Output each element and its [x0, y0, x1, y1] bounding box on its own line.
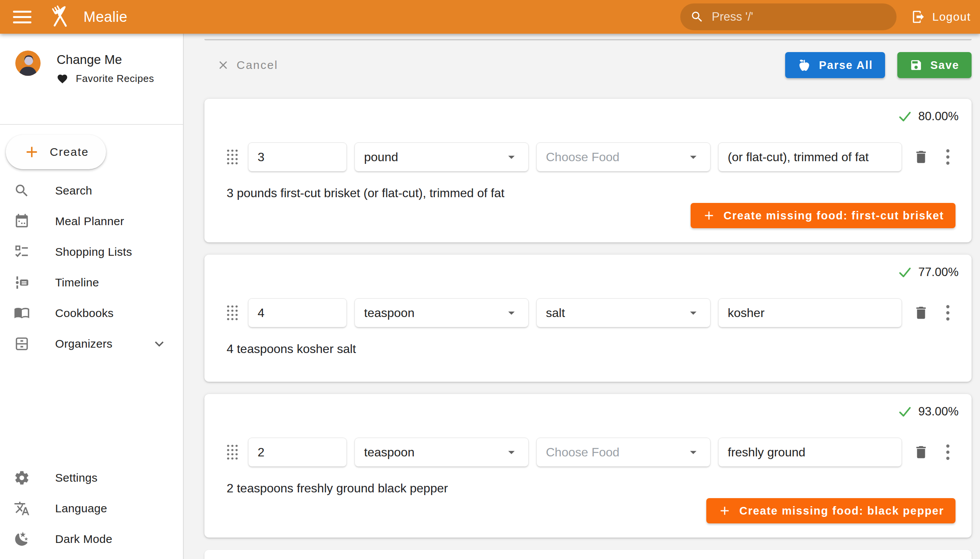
- parse-all-button[interactable]: Parse All: [785, 52, 885, 78]
- original-ingredient-text: 2 teaspoons freshly ground black pepper: [226, 480, 959, 496]
- quantity-input[interactable]: [248, 298, 347, 327]
- plus-icon: [23, 143, 41, 161]
- note-input[interactable]: [718, 438, 902, 467]
- delete-button[interactable]: [912, 304, 929, 321]
- top-app-bar: Mealie Logout: [0, 0, 980, 34]
- save-button[interactable]: Save: [897, 52, 972, 78]
- food-select[interactable]: Choose Food: [536, 142, 711, 172]
- menu-down-icon: [686, 149, 701, 165]
- favorites-label: Favorite Recipes: [76, 73, 154, 84]
- confidence-row: 93.00%: [226, 403, 959, 420]
- sidebar-item-label: Language: [55, 502, 107, 515]
- check-icon: [898, 265, 912, 280]
- save-label: Save: [930, 59, 959, 71]
- sidebar-item-meal-planner[interactable]: Meal Planner: [0, 206, 183, 237]
- logout-button[interactable]: Logout: [911, 10, 971, 24]
- note-input[interactable]: [718, 298, 902, 327]
- confidence-row: 77.00%: [226, 264, 959, 281]
- menu-icon[interactable]: [13, 11, 31, 23]
- cancel-button[interactable]: Cancel: [216, 59, 278, 71]
- ingredient-fields-row: teaspoon salt: [226, 298, 959, 327]
- create-button[interactable]: Create: [6, 135, 106, 169]
- more-options-button[interactable]: [943, 443, 952, 461]
- food-placeholder: Choose Food: [546, 445, 686, 460]
- menu-down-icon: [504, 445, 519, 460]
- app-window: Mealie Logout: [0, 0, 980, 559]
- unit-select[interactable]: teaspoon: [354, 298, 529, 327]
- parse-all-label: Parse All: [819, 59, 873, 71]
- sidebar-footer-nav: Settings Language Dark Mode: [0, 463, 183, 554]
- original-ingredient-text: 4 teaspoons kosher salt: [226, 341, 959, 357]
- food-select[interactable]: Choose Food: [536, 438, 711, 467]
- search-icon: [14, 183, 30, 199]
- more-options-button[interactable]: [943, 148, 952, 166]
- more-options-button[interactable]: [943, 304, 952, 322]
- sidebar-item-language[interactable]: Language: [0, 493, 183, 524]
- heart-icon: [57, 73, 68, 84]
- delete-button[interactable]: [912, 149, 929, 165]
- quantity-input[interactable]: [248, 438, 347, 467]
- create-missing-food-label: Create missing food: black pepper: [739, 504, 944, 517]
- sidebar-item-label: Settings: [55, 471, 98, 485]
- menu-down-icon: [504, 305, 519, 321]
- global-search-bar[interactable]: [680, 3, 897, 30]
- search-input[interactable]: [711, 10, 887, 24]
- sidebar-item-search[interactable]: Search: [0, 175, 183, 206]
- book-icon: [14, 305, 30, 321]
- confidence-value: 77.00%: [918, 265, 959, 279]
- create-missing-food-button[interactable]: Create missing food: first-cut brisket: [691, 203, 955, 228]
- checklist-icon: [14, 244, 30, 260]
- scrolled-content-edge: [205, 39, 972, 41]
- unit-value: teaspoon: [364, 445, 504, 460]
- sidebar-item-shopping-lists[interactable]: Shopping Lists: [0, 237, 183, 267]
- favorite-recipes-link[interactable]: Favorite Recipes: [57, 73, 154, 84]
- drag-handle-icon[interactable]: [226, 444, 239, 461]
- sidebar-item-label: Search: [55, 184, 92, 197]
- delete-button[interactable]: [912, 444, 929, 461]
- create-missing-food-label: Create missing food: first-cut brisket: [724, 210, 944, 222]
- unit-select[interactable]: pound: [354, 142, 529, 172]
- sidebar: Change Me Favorite Recipes Create: [0, 34, 184, 559]
- sidebar-item-dark-mode[interactable]: Dark Mode: [0, 524, 183, 554]
- menu-down-icon: [504, 149, 519, 165]
- sidebar-item-organizers[interactable]: Organizers: [0, 329, 183, 359]
- ingredient-card-partial: [205, 550, 972, 559]
- confidence-row: 80.00%: [226, 108, 959, 125]
- apple-icon: [797, 58, 811, 72]
- parser-toolbar: Cancel Parse All Save: [205, 52, 972, 78]
- check-icon: [898, 109, 912, 124]
- moon-icon: [14, 531, 30, 547]
- original-ingredient-text: 3 pounds first-cut brisket (or flat-cut)…: [226, 185, 959, 202]
- cancel-label: Cancel: [236, 59, 278, 71]
- chevron-down-icon[interactable]: [152, 336, 167, 351]
- timeline-icon: [14, 275, 30, 291]
- note-input[interactable]: [718, 142, 902, 172]
- ingredient-card: 93.00% teaspoon: [205, 394, 972, 538]
- sidebar-item-settings[interactable]: Settings: [0, 463, 183, 493]
- quantity-input[interactable]: [248, 142, 347, 172]
- food-select[interactable]: salt: [536, 298, 711, 327]
- sidebar-item-label: Shopping Lists: [55, 245, 132, 258]
- plus-icon: [702, 209, 716, 222]
- unit-value: pound: [364, 150, 504, 164]
- sidebar-item-label: Meal Planner: [55, 215, 124, 228]
- avatar[interactable]: [15, 51, 41, 76]
- logout-icon: [911, 10, 925, 24]
- mealie-logo-icon: [48, 4, 73, 30]
- sidebar-nav: Search Meal Planner: [0, 175, 183, 359]
- sidebar-item-cookbooks[interactable]: Cookbooks: [0, 298, 183, 329]
- user-profile-section: Change Me Favorite Recipes: [0, 34, 183, 125]
- confidence-value: 80.00%: [918, 109, 959, 123]
- ingredient-fields-row: teaspoon Choose Food: [226, 438, 959, 467]
- menu-down-icon: [686, 445, 701, 460]
- unit-select[interactable]: teaspoon: [354, 438, 529, 467]
- user-name: Change Me: [57, 51, 154, 68]
- drag-handle-icon[interactable]: [226, 149, 239, 165]
- main-content: Cancel Parse All Save: [184, 34, 980, 559]
- drag-handle-icon[interactable]: [226, 304, 239, 321]
- ingredient-fields-row: pound Choose Food: [226, 142, 959, 172]
- food-value: salt: [546, 306, 686, 320]
- create-missing-food-button[interactable]: Create missing food: black pepper: [706, 498, 955, 523]
- sidebar-item-timeline[interactable]: Timeline: [0, 267, 183, 298]
- gear-icon: [14, 470, 30, 486]
